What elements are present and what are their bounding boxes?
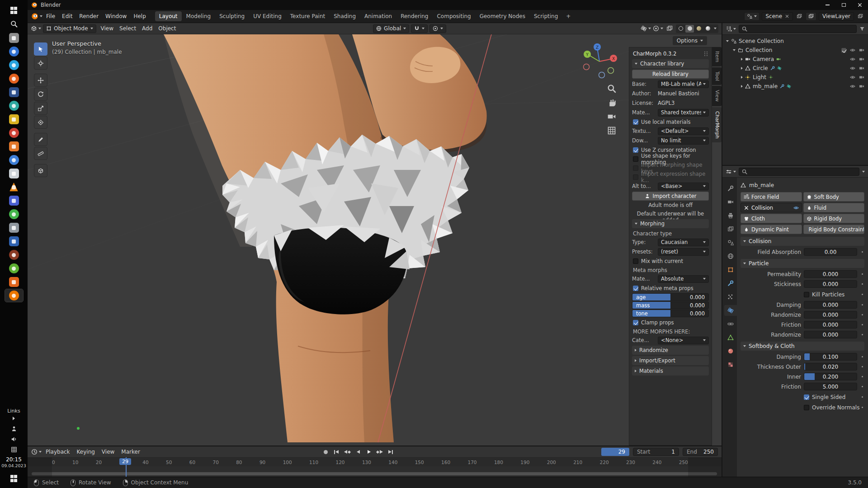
workspace-tab[interactable]: Modeling — [182, 11, 215, 21]
jump-to-start-button[interactable] — [331, 448, 341, 456]
animate-dot[interactable] — [860, 251, 864, 253]
topbar-menu-item[interactable]: File — [43, 12, 58, 21]
workspace-tab[interactable]: UV Editing — [249, 11, 286, 21]
workspace-tab[interactable]: Compositing — [433, 11, 475, 21]
app-blue[interactable] — [5, 154, 23, 166]
minimize-button[interactable] — [819, 0, 835, 10]
ortho-grid-icon[interactable] — [607, 126, 616, 135]
texture-dropdown[interactable]: <Default> — [658, 127, 709, 135]
camera-view-icon[interactable] — [607, 112, 616, 121]
close-button[interactable] — [852, 0, 868, 10]
presets-dropdown[interactable]: (reset) — [658, 248, 709, 256]
app-teal[interactable] — [5, 99, 23, 112]
hide-eye-icon[interactable] — [850, 84, 855, 89]
animate-dot[interactable] — [860, 366, 864, 367]
use-local-materials-checkbox[interactable]: Use local materials — [632, 118, 709, 126]
number-field[interactable]: 0.000 — [804, 270, 857, 278]
scale-tool[interactable] — [34, 102, 47, 115]
animate-dot[interactable] — [860, 396, 864, 398]
new-scene-button[interactable] — [795, 12, 803, 20]
3d-viewport[interactable]: User Perspective (29) Collection | mb_ma… — [28, 34, 722, 446]
timeline-ruler[interactable]: 0102030405060708090100110120130140150160… — [28, 457, 722, 466]
scene-browse-button[interactable] — [744, 12, 760, 21]
import-character-button[interactable]: Import character — [632, 192, 709, 201]
viewport-menu-item[interactable]: View — [98, 24, 116, 33]
viewlayer-name-field[interactable]: ViewLayer — [819, 12, 854, 21]
tab-object-data[interactable] — [724, 332, 737, 343]
tab-constraints[interactable] — [724, 319, 737, 329]
relative-meta-checkbox[interactable]: Relative meta props — [632, 284, 709, 292]
snap-toggle[interactable] — [411, 24, 428, 33]
outliner-row-object[interactable]: mb_male — [724, 82, 867, 91]
topbar-menu-item[interactable]: Window — [102, 12, 130, 21]
taskbar-search-button[interactable] — [6, 17, 22, 31]
timeline-menu-item[interactable]: Marker — [118, 448, 143, 456]
app-indigo[interactable] — [5, 194, 23, 207]
cloth-button[interactable]: Cloth — [741, 214, 802, 223]
tab-tool[interactable] — [724, 183, 737, 194]
character-library-header[interactable]: Character library — [632, 59, 709, 68]
start-button-bottom[interactable] — [6, 472, 22, 485]
collision-panel-header[interactable]: Collision — [741, 237, 864, 246]
meta-slider[interactable]: age 0.000 — [632, 293, 709, 301]
kill-particles-checkbox[interactable]: Kill Particles — [804, 291, 857, 298]
softbody-panel-header[interactable]: Softbody & Cloth — [741, 342, 864, 351]
app-green[interactable] — [5, 208, 23, 221]
timeline-track-area[interactable] — [28, 466, 722, 477]
workspace-tab[interactable]: Sculpting — [215, 11, 249, 21]
cursor-tool[interactable] — [34, 56, 47, 70]
sidebar-tab[interactable]: Item — [712, 47, 722, 66]
start-button[interactable] — [6, 4, 22, 17]
outliner-editor-type-button[interactable] — [726, 24, 736, 33]
animate-dot[interactable] — [860, 376, 864, 377]
frame-start-field[interactable]: Start1 — [633, 448, 679, 456]
app-mail[interactable] — [5, 86, 23, 99]
overlays-toggle[interactable] — [653, 24, 663, 33]
options-dropdown[interactable]: Options — [673, 36, 707, 45]
app-green-2[interactable] — [5, 262, 23, 275]
timeline-menu-item[interactable]: View — [99, 448, 118, 456]
app-grey[interactable] — [5, 221, 23, 234]
app-grey-light[interactable] — [5, 167, 23, 180]
add-workspace-button[interactable]: + — [562, 11, 574, 21]
shading-solid-button[interactable] — [685, 25, 694, 33]
chevron-down-icon[interactable] — [714, 28, 717, 29]
particle-panel-header[interactable]: Particle — [741, 259, 864, 268]
tab-viewlayer[interactable] — [724, 224, 737, 235]
clamp-props-checkbox[interactable]: Clamp props — [632, 319, 709, 326]
animate-dot[interactable] — [860, 386, 864, 387]
app-firefox[interactable] — [5, 72, 23, 85]
tab-material[interactable] — [724, 346, 737, 357]
viewport-canvas[interactable] — [28, 34, 722, 446]
maximize-button[interactable] — [835, 0, 852, 10]
rotate-tool[interactable] — [34, 88, 47, 101]
rigid-body-constraint-button[interactable]: Rigid Body Constraint — [803, 225, 865, 234]
jump-to-end-button[interactable] — [386, 448, 396, 456]
titlebar[interactable]: Blender — [28, 0, 868, 10]
outliner-row-scene-collection[interactable]: Scene Collection — [724, 37, 867, 46]
clock-date[interactable]: 09.04.2023 — [1, 463, 26, 468]
properties-search[interactable] — [739, 168, 859, 176]
unlink-icon[interactable] — [785, 14, 789, 19]
properties-search-input[interactable] — [750, 169, 856, 175]
transform-tool[interactable] — [34, 116, 47, 129]
disable-render-camera-icon[interactable] — [859, 75, 864, 80]
playhead-label[interactable]: 29 — [119, 458, 131, 465]
next-keyframe-button[interactable] — [375, 448, 385, 456]
scene-name-field[interactable]: Scene — [762, 12, 793, 21]
disable-render-camera-icon[interactable] — [859, 56, 864, 62]
links-label[interactable]: Links — [7, 408, 20, 414]
navigation-gizmo[interactable]: Z X Y — [580, 41, 619, 80]
sidebar-tab[interactable]: View — [712, 86, 722, 106]
play-button[interactable] — [364, 448, 374, 456]
app-messenger[interactable] — [5, 59, 23, 71]
xray-toggle[interactable] — [665, 24, 674, 33]
collection-checkbox[interactable] — [841, 48, 846, 53]
play-reverse-button[interactable] — [353, 448, 363, 456]
number-field[interactable]: 0.000 — [804, 321, 857, 328]
hide-eye-icon[interactable] — [850, 56, 855, 62]
collapsed-panel-header[interactable]: Randomize — [632, 346, 709, 355]
properties-editor-type-button[interactable] — [726, 167, 736, 176]
meta-slider[interactable]: mass 0.000 — [632, 301, 709, 309]
number-field[interactable]: 0.000 — [804, 280, 857, 288]
